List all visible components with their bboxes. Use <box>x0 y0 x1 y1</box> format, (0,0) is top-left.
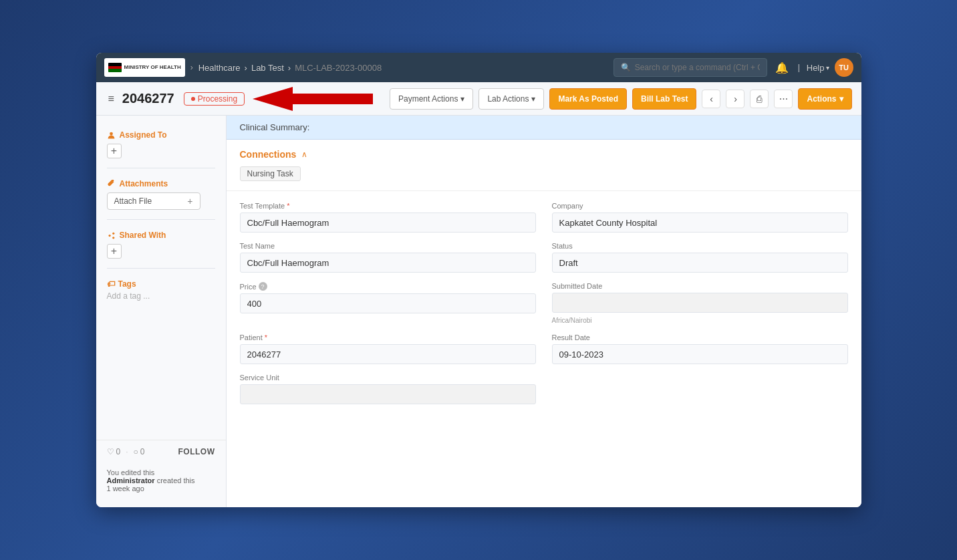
test-template-input[interactable] <box>240 213 536 233</box>
search-bar[interactable]: 🔍 <box>613 58 767 77</box>
avatar[interactable]: TU <box>835 58 853 77</box>
shared-with-section: Shared With + <box>96 225 226 263</box>
patient-group: Patient * <box>240 333 536 364</box>
mark-as-posted-button[interactable]: Mark As Posted <box>549 88 627 110</box>
attach-plus-icon: + <box>187 196 192 206</box>
status-group: Status <box>552 242 848 273</box>
price-group: Price ? <box>240 282 536 324</box>
result-date-input[interactable] <box>552 344 848 364</box>
follow-button[interactable]: FOLLOW <box>178 447 215 456</box>
toolbar: ≡ 2046277 Processing Payment Actions ▾ <box>96 82 861 116</box>
assigned-to-title: Assigned To <box>107 130 215 140</box>
more-button[interactable]: ··· <box>774 90 793 108</box>
breadcrumb-lab-test[interactable]: Lab Test <box>251 63 284 73</box>
time-ago-text: 1 week ago <box>107 484 215 493</box>
payment-actions-button[interactable]: Payment Actions ▾ <box>390 88 473 110</box>
timezone-label: Africa/Nairobi <box>552 317 848 324</box>
add-tag-placeholder[interactable]: Add a tag ... <box>107 291 215 301</box>
tags-title: 🏷 Tags <box>107 279 215 289</box>
help-menu[interactable]: Help ▾ <box>807 63 829 73</box>
content-area: Assigned To + Attachments Attach File + <box>96 116 861 507</box>
assigned-to-add-button[interactable]: + <box>107 144 122 158</box>
svg-rect-1 <box>289 94 373 104</box>
red-arrow-icon <box>253 87 373 111</box>
connections-header: Connections ∧ <box>240 149 848 160</box>
svg-marker-0 <box>253 87 293 111</box>
result-date-label: Result Date <box>552 333 848 341</box>
activity-log: You edited this Administrator created th… <box>96 463 226 498</box>
nursing-task-tag[interactable]: Nursing Task <box>240 166 301 181</box>
logo-flag <box>108 63 122 72</box>
test-template-required-icon: * <box>287 202 289 210</box>
status-input[interactable] <box>552 253 848 273</box>
svg-point-2 <box>110 132 113 135</box>
service-unit-input[interactable] <box>240 384 536 404</box>
actions-chevron-icon: ▾ <box>839 94 843 104</box>
company-input[interactable] <box>552 213 848 233</box>
user-icon <box>107 131 116 140</box>
more-icon: ··· <box>779 93 788 105</box>
breadcrumb: Healthcare › Lab Test › MLC-LAB-2023-000… <box>198 63 382 73</box>
company-group: Company <box>552 202 848 233</box>
submitted-date-input[interactable] <box>552 293 848 313</box>
price-info-icon[interactable]: ? <box>259 282 267 291</box>
you-edited-text: You edited this <box>107 468 215 476</box>
search-icon: 🔍 <box>621 63 631 72</box>
test-name-input[interactable] <box>240 253 536 273</box>
tag-icon: 🏷 <box>107 279 115 289</box>
next-button[interactable]: › <box>726 90 744 108</box>
patient-input[interactable] <box>240 344 536 364</box>
sidebar: Assigned To + Attachments Attach File + <box>96 116 227 507</box>
patient-label: Patient * <box>240 333 536 341</box>
print-button[interactable]: ⎙ <box>750 90 769 108</box>
status-label: Processing <box>198 94 237 104</box>
service-unit-group: Service Unit <box>240 374 536 404</box>
breadcrumb-chevron-1: › <box>190 63 193 72</box>
connections-chevron-icon[interactable]: ∧ <box>301 150 307 159</box>
shared-with-title: Shared With <box>107 231 215 240</box>
creator-name: Administrator <box>107 476 155 484</box>
status-badge[interactable]: Processing <box>184 92 245 106</box>
service-unit-label: Service Unit <box>240 374 536 382</box>
payment-actions-chevron-icon: ▾ <box>460 94 464 104</box>
sidebar-divider-2 <box>107 219 215 220</box>
comment-icon: ○ <box>134 447 138 456</box>
result-date-group: Result Date <box>552 333 848 364</box>
shared-with-add-button[interactable]: + <box>107 244 122 259</box>
prev-button[interactable]: ‹ <box>702 90 720 108</box>
form-grid: Test Template * Company <box>240 202 848 404</box>
test-template-group: Test Template * <box>240 202 536 233</box>
sidebar-divider-3 <box>107 268 215 269</box>
breadcrumb-healthcare[interactable]: Healthcare <box>198 63 241 73</box>
breadcrumb-chevron-3: › <box>288 63 291 73</box>
connections-title: Connections <box>240 149 297 160</box>
notification-bell-icon[interactable]: 🔔 <box>773 59 791 77</box>
clinical-summary-label: Clinical Summary: <box>240 122 310 132</box>
created-by-text: Administrator created this <box>107 476 215 484</box>
bill-lab-test-button[interactable]: Bill Lab Test <box>632 88 696 110</box>
hamburger-icon[interactable]: ≡ <box>106 90 117 108</box>
lab-actions-button[interactable]: Lab Actions ▾ <box>479 88 544 110</box>
attach-file-button[interactable]: Attach File + <box>107 192 200 210</box>
breadcrumb-chevron-2: › <box>245 63 247 73</box>
assigned-to-section: Assigned To + <box>96 125 226 162</box>
share-icon <box>107 231 116 240</box>
test-name-group: Test Name <box>240 242 536 273</box>
arrow-annotation <box>253 87 373 111</box>
like-reaction[interactable]: ♡ 0 <box>107 447 121 456</box>
patient-required-icon: * <box>265 333 267 341</box>
search-input[interactable] <box>635 63 760 72</box>
actions-button[interactable]: Actions ▾ <box>798 88 851 110</box>
navbar: MINISTRY OF HEALTH › Healthcare › Lab Te… <box>96 53 861 82</box>
attachments-section: Attachments Attach File + <box>96 174 226 214</box>
lab-actions-chevron-icon: ▾ <box>531 94 535 104</box>
help-chevron-icon: ▾ <box>826 64 829 72</box>
sidebar-divider-1 <box>107 168 215 168</box>
reactions-bar: ♡ 0 · ○ 0 FOLLOW <box>96 440 226 463</box>
price-input[interactable] <box>240 293 536 313</box>
prev-icon: ‹ <box>710 94 713 104</box>
next-icon: › <box>734 94 737 104</box>
comment-reaction[interactable]: ○ 0 <box>134 447 145 456</box>
status-form-label: Status <box>552 242 848 250</box>
price-label: Price ? <box>240 282 536 291</box>
